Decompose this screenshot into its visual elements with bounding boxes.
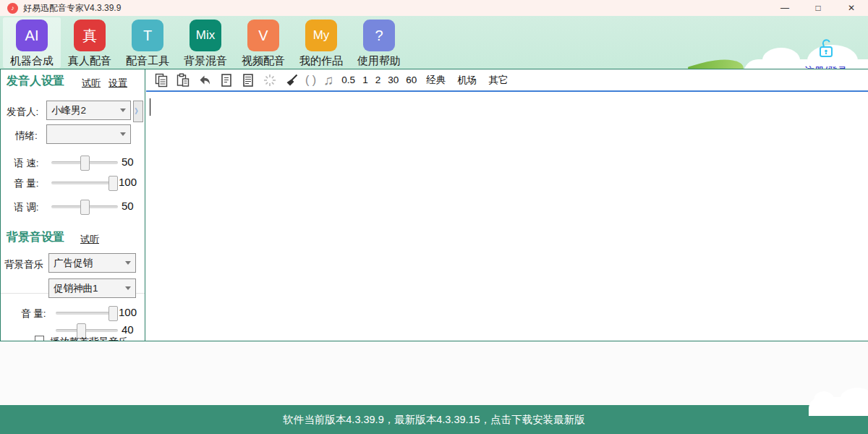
bgm-settings-title: 背景音设置 <box>7 230 64 245</box>
volume-value: 100 <box>119 176 137 188</box>
chevron-down-icon <box>120 132 126 136</box>
undo-icon[interactable] <box>197 72 213 88</box>
app-window: ♪ 好易迅配音专家V4.3.39.9 — □ ✕ AI 机器合成 真 真人配音 … <box>0 0 868 434</box>
bgm-volume-slider-thumb[interactable] <box>109 306 118 321</box>
parentheses-icon[interactable]: ( ) <box>305 74 316 87</box>
play-full-bgm-label: 播放整首背景音乐 <box>50 336 128 341</box>
bgm-extra-slider[interactable] <box>56 329 118 332</box>
speed-label: 语 速: <box>14 157 39 170</box>
insert-pause-2[interactable]: 2 <box>375 75 381 85</box>
volume-label: 音 量: <box>14 177 39 190</box>
nav-tab-label: 我的作品 <box>299 54 343 68</box>
speaker-expand-button[interactable]: 》 <box>133 101 143 122</box>
bgm-category-value: 广告促销 <box>54 257 122 270</box>
volume-slider-row: 音 量: 100 <box>1 176 145 192</box>
nav-tab-my-works[interactable]: My 我的作品 <box>292 17 350 68</box>
insert-pause-0.5[interactable]: 0.5 <box>341 75 355 85</box>
volume-slider-thumb[interactable] <box>109 176 118 191</box>
titlebar: ♪ 好易迅配音专家V4.3.39.9 — □ ✕ <box>0 0 868 16</box>
human-dubbing-icon: 真 <box>74 20 106 51</box>
play-full-bgm-checkbox[interactable] <box>35 336 44 341</box>
voice-config-link[interactable]: 设置 <box>109 77 127 90</box>
window-title: 好易迅配音专家V4.3.39.9 <box>23 2 121 14</box>
emotion-select[interactable] <box>46 124 131 144</box>
music-note-icon[interactable]: ♫ <box>323 72 333 88</box>
chevron-down-icon <box>120 109 126 112</box>
speaker-label: 发音人: <box>7 106 38 119</box>
chevron-down-icon <box>125 286 131 290</box>
insert-pause-60[interactable]: 60 <box>406 75 417 85</box>
my-works-icon: My <box>305 20 337 51</box>
header-nav: AI 机器合成 真 真人配音 T 配音工具 Mix 背景混音 V 视频配音 My… <box>0 16 868 69</box>
broom-icon[interactable] <box>284 72 299 88</box>
video-dubbing-icon: V <box>247 20 279 51</box>
volume-slider[interactable] <box>51 182 118 184</box>
nav-tab-label: 配音工具 <box>126 54 169 68</box>
bgm-category-select[interactable]: 广告促销 <box>48 253 136 273</box>
close-button[interactable]: ✕ <box>835 0 868 16</box>
dubbing-tools-icon: T <box>132 20 163 51</box>
settings-sidebar: 发音人设置 试听 设置 发音人: 小峰男2 》 情绪: 语 速: 50 <box>1 69 145 341</box>
update-footer: 软件当前版本4.3.39.9，最新版本4.3.39.15，点击下载安装最新版 <box>0 405 868 434</box>
insert-pause-1[interactable]: 1 <box>362 75 368 85</box>
bgm-extra-value: 40 <box>122 323 134 336</box>
nav-tab-machine-synthesis[interactable]: AI 机器合成 <box>3 17 61 68</box>
speed-slider-row: 语 速: 50 <box>1 156 145 171</box>
pitch-value: 50 <box>122 200 134 212</box>
paste-icon[interactable] <box>175 72 191 88</box>
transport-bar: 00:00:00 ... ♫ 转换 ▶ 播放 OFF 导出 00:00:00 <box>0 341 868 405</box>
nav-tab-label: 真人配音 <box>68 54 111 68</box>
editor-toolbar: ( ) ♫ 0.5 1 2 30 60 经典 机场 其它 <box>146 69 868 92</box>
background-mix-icon: Mix <box>190 20 221 51</box>
speed-slider[interactable] <box>51 161 118 164</box>
bgm-volume-label: 音 量: <box>21 307 46 320</box>
bgm-volume-slider[interactable] <box>56 312 118 315</box>
update-notice-link[interactable]: 软件当前版本4.3.39.9，最新版本4.3.39.15，点击下载安装最新版 <box>283 413 584 427</box>
nav-tab-label: 机器合成 <box>10 54 54 68</box>
editor-panel: ( ) ♫ 0.5 1 2 30 60 经典 机场 其它 <box>146 69 868 341</box>
speed-value: 50 <box>122 156 134 168</box>
cloud-decoration-bottom <box>809 397 868 416</box>
script-text-input[interactable] <box>146 93 868 341</box>
help-icon: ? <box>363 20 395 51</box>
pitch-label: 语 调: <box>14 201 39 214</box>
preset-classic[interactable]: 经典 <box>426 74 446 87</box>
speed-slider-thumb[interactable] <box>80 156 90 171</box>
speaker-select[interactable]: 小峰男2 <box>46 101 131 120</box>
preset-airport[interactable]: 机场 <box>457 74 477 87</box>
bgm-volume-value: 100 <box>119 306 137 318</box>
nav-tab-human-dubbing[interactable]: 真 真人配音 <box>61 17 119 68</box>
bgm-audition-link[interactable]: 试听 <box>80 233 99 246</box>
nav-tab-label: 背景混音 <box>184 54 227 68</box>
text-cursor <box>150 98 150 116</box>
content-area: 发音人设置 试听 设置 发音人: 小峰男2 》 情绪: 语 速: 50 <box>0 69 868 341</box>
save-icon[interactable] <box>240 72 256 88</box>
copy-icon[interactable] <box>153 72 169 88</box>
maximize-button[interactable]: □ <box>801 0 835 16</box>
chevron-down-icon <box>125 261 131 265</box>
pitch-slider-row: 语 调: 50 <box>1 200 145 216</box>
nav-tab-label: 视频配音 <box>242 54 285 68</box>
voice-settings-title: 发音人设置 <box>7 74 64 89</box>
nav-tab-help[interactable]: ? 使用帮助 <box>350 17 408 68</box>
module-tabs: AI 机器合成 真 真人配音 T 配音工具 Mix 背景混音 V 视频配音 My… <box>3 17 408 68</box>
pitch-slider[interactable] <box>51 205 118 208</box>
bgm-volume-slider-row: 音 量: 100 <box>1 306 145 322</box>
pitch-slider-thumb[interactable] <box>80 200 90 215</box>
speaker-value: 小峰男2 <box>51 104 117 117</box>
insert-pause-30[interactable]: 30 <box>388 75 399 85</box>
bgm-track-value: 促销神曲1 <box>54 282 122 295</box>
bgm-track-select[interactable]: 促销神曲1 <box>48 278 136 298</box>
nav-tab-label: 使用帮助 <box>357 54 401 68</box>
sparkle-icon[interactable] <box>262 72 278 88</box>
nav-tab-background-mix[interactable]: Mix 背景混音 <box>176 17 234 68</box>
voice-audition-link[interactable]: 试听 <box>82 77 101 90</box>
nav-tab-dubbing-tools[interactable]: T 配音工具 <box>119 17 176 68</box>
preset-other[interactable]: 其它 <box>488 74 508 87</box>
minimize-button[interactable]: — <box>768 0 801 16</box>
unlock-icon <box>817 38 835 59</box>
nav-tab-video-dubbing[interactable]: V 视频配音 <box>234 17 292 68</box>
app-logo-icon: ♪ <box>7 3 18 14</box>
bgm-label: 背景音乐 <box>4 258 43 271</box>
document-icon[interactable] <box>218 72 234 88</box>
